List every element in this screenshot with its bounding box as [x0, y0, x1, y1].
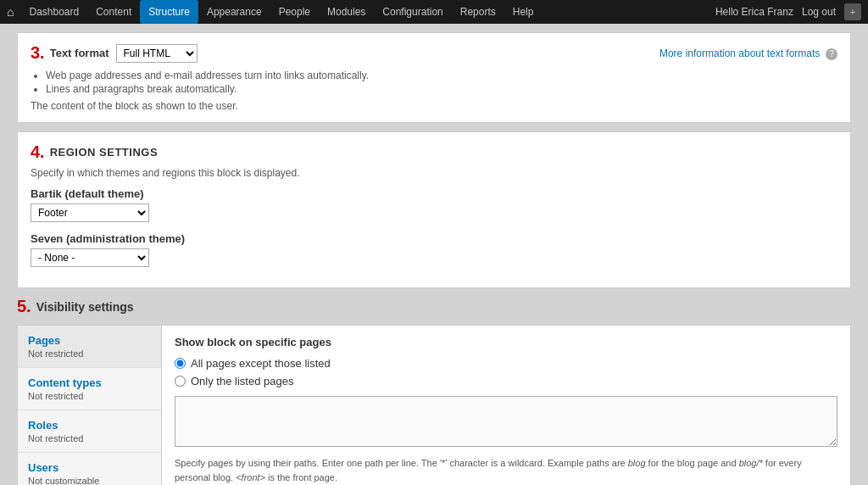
- bartik-region-group: Bartik (default theme) Footer Header Sid…: [31, 187, 837, 222]
- visibility-users-item[interactable]: Users Not customizable: [18, 453, 161, 485]
- text-format-select[interactable]: Full HTML Basic HTML Plain text: [116, 44, 198, 63]
- radio-listed-pages-input[interactable]: [175, 376, 186, 387]
- section-text-format: 3. Text format Full HTML Basic HTML Plai…: [17, 32, 851, 123]
- seven-select[interactable]: - None - Header Content Footer: [31, 248, 149, 267]
- user-greeting: Hello Erica Franz: [715, 6, 793, 18]
- radio-group: All pages except those listed Only the l…: [175, 357, 837, 387]
- visibility-title: Visibility settings: [36, 300, 134, 314]
- help-icon[interactable]: ?: [826, 48, 837, 60]
- visibility-sidebar: Pages Not restricted Content types Not r…: [18, 326, 162, 485]
- users-item-sub: Not customizable: [28, 476, 151, 485]
- radio-all-pages-input[interactable]: [175, 358, 186, 369]
- user-avatar-icon[interactable]: +: [844, 3, 861, 20]
- pages-item-sub: Not restricted: [28, 348, 151, 359]
- content-types-item-title[interactable]: Content types: [28, 376, 151, 389]
- vis-hint: Specify pages by using their paths. Ente…: [175, 456, 837, 484]
- section3-number: 3.: [31, 43, 45, 63]
- nav-help[interactable]: Help: [504, 0, 542, 24]
- format-hint-1: Web page addresses and e-mail addresses …: [46, 70, 837, 81]
- nav-configuration[interactable]: Configuration: [374, 0, 451, 24]
- nav-dashboard[interactable]: Dashboard: [20, 0, 87, 24]
- visibility-pages-item[interactable]: Pages Not restricted: [18, 326, 161, 368]
- section5-number: 5.: [17, 297, 31, 316]
- seven-label: Seven (administration theme): [31, 232, 837, 245]
- roles-item-sub: Not restricted: [28, 433, 151, 443]
- bartik-select[interactable]: Footer Header Sidebar first Sidebar seco…: [31, 203, 149, 222]
- nav-items: Dashboard Content Structure Appearance P…: [20, 0, 715, 24]
- nav-reports[interactable]: Reports: [452, 0, 504, 24]
- text-format-label: Text format: [50, 47, 109, 59]
- nav-content[interactable]: Content: [87, 0, 140, 24]
- radio-all-pages[interactable]: All pages except those listed: [175, 357, 837, 370]
- users-item-title[interactable]: Users: [28, 461, 151, 474]
- format-hints-list: Web page addresses and e-mail addresses …: [31, 70, 837, 95]
- visibility-content-types-item[interactable]: Content types Not restricted: [18, 368, 161, 410]
- radio-listed-pages-label: Only the listed pages: [191, 375, 293, 387]
- pages-textarea[interactable]: [175, 396, 837, 447]
- top-navigation: ⌂ Dashboard Content Structure Appearance…: [0, 0, 868, 24]
- region-settings-title: REGION SETTINGS: [50, 146, 158, 159]
- nav-structure[interactable]: Structure: [140, 0, 198, 24]
- page-wrapper: 3. Text format Full HTML Basic HTML Plai…: [0, 24, 868, 485]
- section4-number: 4.: [31, 142, 45, 162]
- nav-people[interactable]: People: [270, 0, 319, 24]
- visibility-content-area: Show block on specific pages All pages e…: [162, 326, 850, 485]
- pages-item-title[interactable]: Pages: [28, 334, 151, 347]
- roles-item-title[interactable]: Roles: [28, 419, 151, 432]
- content-types-item-sub: Not restricted: [28, 391, 151, 401]
- visibility-layout: Pages Not restricted Content types Not r…: [17, 325, 851, 485]
- more-info-link[interactable]: More information about text formats: [659, 47, 820, 59]
- home-icon[interactable]: ⌂: [7, 5, 14, 19]
- visibility-roles-item[interactable]: Roles Not restricted: [18, 410, 161, 453]
- nav-right: Hello Erica Franz Log out +: [715, 3, 861, 20]
- radio-listed-pages[interactable]: Only the listed pages: [175, 375, 837, 387]
- section-visibility: 5. Visibility settings Pages Not restric…: [17, 297, 851, 485]
- nav-modules[interactable]: Modules: [319, 0, 374, 24]
- seven-region-group: Seven (administration theme) - None - He…: [31, 232, 837, 267]
- show-block-title: Show block on specific pages: [175, 336, 837, 348]
- logout-link[interactable]: Log out: [802, 6, 836, 18]
- region-settings-desc: Specify in which themes and regions this…: [31, 167, 837, 179]
- radio-all-pages-label: All pages except those listed: [191, 357, 331, 370]
- block-content-note: The content of the block as shown to the…: [31, 100, 837, 112]
- section-region-settings: 4. REGION SETTINGS Specify in which them…: [17, 131, 851, 288]
- format-hint-2: Lines and paragraphs break automatically…: [46, 83, 837, 95]
- nav-appearance[interactable]: Appearance: [198, 0, 270, 24]
- bartik-label: Bartik (default theme): [31, 187, 837, 200]
